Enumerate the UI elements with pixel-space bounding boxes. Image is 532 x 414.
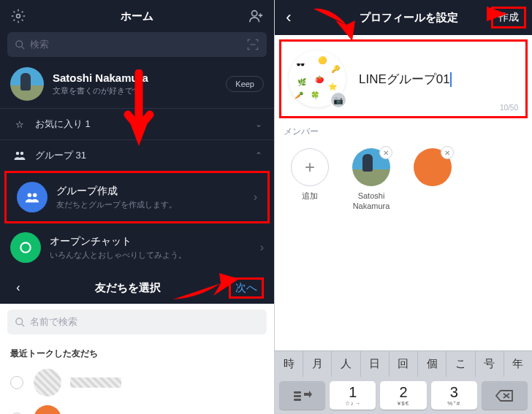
suggestion-key[interactable]: 号 — [476, 351, 504, 377]
groups-icon — [12, 147, 28, 164]
profile-avatar — [10, 67, 44, 101]
member-item[interactable]: ✕ Satoshi Nakamura — [348, 148, 395, 212]
suggestion-key[interactable]: 個 — [418, 351, 446, 377]
suggestion-key[interactable]: こ — [446, 351, 475, 377]
svg-point-3 — [16, 152, 20, 156]
group-avatar[interactable]: 🕶️ 🟡 🔑 🌿 🍅 ⭐ 🥕 🍀 📷 — [289, 50, 346, 107]
chevron-right-icon: › — [254, 191, 257, 204]
add-member-button[interactable]: + 追加 — [286, 148, 333, 212]
svg-rect-7 — [20, 242, 30, 252]
friend-avatar — [34, 369, 61, 396]
settings-icon[interactable] — [10, 8, 26, 24]
add-friend-icon[interactable] — [248, 8, 264, 24]
suggestion-key[interactable]: 年 — [504, 351, 532, 377]
home-title: ホーム — [121, 9, 153, 23]
svg-rect-10 — [294, 395, 301, 397]
svg-rect-11 — [294, 399, 301, 401]
create-group-row[interactable]: グループ作成 友だちとグループを作成します。 › — [7, 173, 267, 221]
keep-button[interactable]: Keep — [226, 76, 264, 92]
group-name-input[interactable]: LINEグループ01 — [359, 71, 518, 88]
char-counter: 10/50 — [500, 104, 518, 112]
suggestion-key[interactable]: 日 — [361, 351, 390, 377]
member-item[interactable]: ✕ — [409, 148, 456, 212]
create-group-title: グループ作成 — [56, 185, 254, 198]
remove-member-icon[interactable]: ✕ — [379, 146, 392, 159]
keypad-key[interactable]: 2¥$€ — [380, 381, 426, 410]
keyboard[interactable]: 時 月 人 日 回 個 こ 号 年 1☆♪→ 2¥$€ 3%°# — [275, 350, 532, 414]
back-icon[interactable]: ‹ — [281, 9, 297, 26]
svg-point-4 — [20, 152, 24, 156]
annotation-arrow — [310, 3, 361, 44]
back-icon[interactable]: ‹ — [10, 280, 26, 296]
group-profile-box: 🕶️ 🟡 🔑 🌿 🍅 ⭐ 🥕 🍀 📷 LINEグループ01 10/50 — [279, 39, 528, 118]
friend-row[interactable] — [0, 401, 274, 414]
recent-friends-label: 最近トークした友だち — [0, 340, 274, 364]
annotation-arrow — [121, 69, 157, 150]
home-header: ホーム — [0, 0, 274, 32]
svg-point-6 — [33, 193, 37, 198]
suggestion-key[interactable]: 人 — [332, 351, 360, 377]
friend-name-redacted — [70, 377, 121, 388]
openchat-icon — [10, 232, 41, 263]
svg-point-2 — [16, 40, 23, 47]
chevron-right-icon: › — [260, 241, 264, 254]
annotation-arrow — [170, 270, 243, 307]
member-avatar: ✕ — [414, 148, 452, 186]
name-search[interactable]: 名前で検索 — [7, 310, 267, 334]
keyboard-suggestions: 時 月 人 日 回 個 こ 号 年 — [275, 350, 532, 377]
friend-avatar — [34, 405, 61, 414]
members-label: メンバー — [275, 123, 532, 141]
keypad-key[interactable] — [279, 381, 325, 410]
chevron-down-icon: ⌄ — [255, 119, 262, 129]
search-bar[interactable]: 検索 — [7, 32, 267, 57]
openchat-row[interactable]: オープンチャット いろんな人とおしゃべりしてみよう。 › — [0, 223, 274, 272]
star-icon: ☆ — [12, 116, 28, 132]
camera-icon[interactable]: 📷 — [330, 91, 347, 109]
annotation-arrow — [436, 3, 509, 25]
plus-icon: + — [291, 148, 329, 186]
svg-point-1 — [252, 11, 257, 16]
svg-point-0 — [17, 15, 20, 18]
member-name: Satoshi Nakamura — [353, 191, 390, 212]
backspace-key[interactable] — [482, 381, 528, 410]
member-avatar: ✕ — [352, 148, 390, 186]
openchat-sub: いろんな人とおしゃべりしてみよう。 — [50, 250, 260, 261]
create-group-icon — [17, 182, 48, 212]
suggestion-key[interactable]: 月 — [303, 351, 332, 377]
radio-unchecked[interactable] — [10, 376, 23, 389]
create-group-sub: 友だちとグループを作成します。 — [56, 199, 254, 210]
keypad-key[interactable]: 1☆♪→ — [330, 381, 376, 410]
suggestion-key[interactable]: 回 — [390, 351, 418, 377]
keypad-key[interactable]: 3%°# — [431, 381, 477, 410]
search-placeholder: 検索 — [30, 38, 246, 51]
openchat-title: オープンチャット — [50, 235, 260, 248]
svg-rect-9 — [294, 391, 301, 394]
svg-point-8 — [16, 318, 23, 324]
remove-member-icon[interactable]: ✕ — [441, 146, 454, 159]
suggestion-key[interactable]: 時 — [275, 351, 303, 377]
friend-row[interactable] — [0, 364, 274, 401]
svg-point-5 — [28, 193, 32, 198]
qr-icon[interactable] — [246, 38, 259, 51]
chevron-up-icon: ⌃ — [255, 150, 262, 161]
members-list: + 追加 ✕ Satoshi Nakamura ✕ — [275, 141, 532, 219]
